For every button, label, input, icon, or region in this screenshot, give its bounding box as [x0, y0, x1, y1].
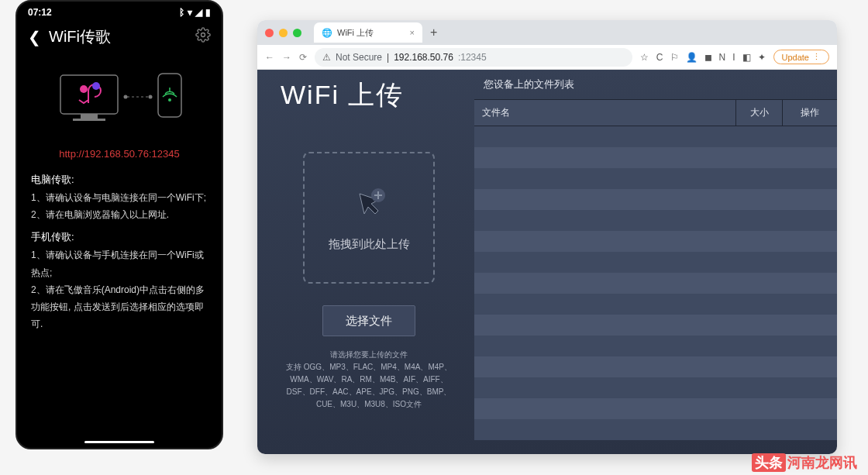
table-row — [474, 294, 837, 315]
new-tab-button[interactable]: + — [427, 26, 440, 40]
globe-icon: 🌐 — [322, 28, 332, 38]
phone-mockup: 07:12 ᛒ ▾ ◢ ▮ ❮ WiFi传歌 http://192.168 — [16, 0, 223, 449]
format-hint: 请选择您要上传的文件 支持 OGG、MP3、FLAC、MP4、M4A、M4P、W… — [281, 349, 457, 411]
section2-title: 手机传歌: — [31, 228, 208, 246]
address-bar[interactable]: ⚠ Not Secure | 192.168.50.76:12345 — [315, 48, 632, 67]
not-secure-icon: ⚠ — [322, 52, 331, 63]
col-filename: 文件名 — [474, 100, 736, 126]
bluetooth-icon: ᛒ — [179, 7, 184, 18]
extension-icon[interactable]: ✦ — [758, 52, 766, 63]
minimize-window-icon[interactable] — [279, 29, 288, 37]
svg-point-10 — [168, 98, 171, 102]
app-title: WiFi传歌 — [49, 26, 111, 47]
phone-clock: 07:12 — [28, 7, 52, 18]
window-controls[interactable] — [265, 29, 301, 37]
table-row — [474, 252, 837, 273]
svg-rect-2 — [81, 114, 98, 119]
gear-icon[interactable] — [195, 27, 211, 46]
table-row — [474, 147, 837, 168]
col-size: 大小 — [736, 100, 783, 126]
section2-line2: 2、请在飞傲音乐(Android)中点击右侧的多功能按钮, 点击发送到后选择相应… — [31, 281, 208, 333]
table-row — [474, 315, 837, 336]
svg-rect-3 — [73, 119, 105, 121]
col-ops: 操作 — [783, 100, 837, 126]
svg-point-7 — [124, 95, 128, 99]
table-row — [474, 273, 837, 294]
extension-icon[interactable]: ⚐ — [670, 52, 679, 63]
upload-panel: WiFi 上传 拖拽到此处上传 选择文件 请选择您要上传的文件 支持 OGG、M… — [257, 70, 474, 454]
section1-line1: 1、请确认设备与电脑连接在同一个WiFi下; — [31, 189, 208, 206]
phone-status-bar: 07:12 ᛒ ▾ ◢ ▮ — [17, 2, 222, 23]
address-port: :12345 — [458, 52, 487, 63]
home-indicator[interactable] — [84, 441, 154, 443]
cursor-plus-icon — [349, 184, 389, 225]
battery-icon: ▮ — [205, 7, 211, 18]
status-icons: ᛒ ▾ ◢ ▮ — [179, 7, 211, 18]
table-header: 文件名 大小 操作 — [474, 99, 837, 126]
browser-window: 🌐 WiFi 上传 × + ← → ⟳ ⚠ Not Secure | 192.1… — [257, 20, 837, 454]
bookmark-icon[interactable]: ☆ — [640, 52, 649, 63]
maximize-window-icon[interactable] — [293, 29, 301, 37]
back-icon[interactable]: ❮ — [28, 28, 41, 46]
file-list-title: 您设备上的文件列表 — [474, 70, 837, 99]
server-url: http://192.168.50.76:12345 — [17, 148, 222, 160]
wifi-icon: ▾ — [188, 7, 192, 18]
table-row — [474, 210, 837, 231]
page-title: WiFi 上传 — [281, 77, 404, 113]
table-row — [474, 377, 837, 398]
signal-icon: ◢ — [195, 7, 202, 18]
close-tab-icon[interactable]: × — [410, 28, 415, 37]
svg-point-4 — [80, 85, 88, 93]
choose-file-button[interactable]: 选择文件 — [322, 305, 415, 336]
extension-icon[interactable]: 👤 — [686, 52, 698, 63]
update-button[interactable]: Update ⋮ — [773, 50, 829, 64]
dropzone-label: 拖拽到此处上传 — [329, 237, 410, 252]
address-host: 192.168.50.76 — [394, 52, 453, 63]
not-secure-label: Not Secure — [336, 52, 382, 63]
table-row — [474, 356, 837, 377]
table-body — [474, 126, 837, 440]
extension-icon[interactable]: C — [656, 52, 663, 63]
table-row — [474, 231, 837, 252]
table-row — [474, 189, 837, 210]
tab-title: WiFi 上传 — [337, 27, 374, 39]
browser-tab[interactable]: 🌐 WiFi 上传 × — [314, 22, 422, 43]
svg-point-8 — [149, 95, 153, 99]
tab-strip: 🌐 WiFi 上传 × + — [257, 20, 837, 45]
reload-icon[interactable]: ⟳ — [299, 52, 307, 63]
file-list-panel: 您设备上的文件列表 文件名 大小 操作 — [474, 70, 837, 454]
section2-line1: 1、请确认设备与手机连接在同一个WiFi或热点; — [31, 246, 208, 281]
extension-icon[interactable]: N — [719, 52, 726, 63]
app-header: ❮ WiFi传歌 — [17, 23, 222, 55]
extensions-row: C⚐👤◼NI◧✦ — [656, 52, 766, 63]
close-window-icon[interactable] — [265, 29, 274, 37]
extension-icon[interactable]: I — [732, 52, 735, 63]
address-bar-row: ← → ⟳ ⚠ Not Secure | 192.168.50.76:12345… — [257, 45, 837, 70]
table-row — [474, 419, 837, 440]
svg-point-5 — [92, 82, 100, 90]
menu-dots-icon: ⋮ — [812, 52, 821, 62]
table-row — [474, 168, 837, 189]
instructions: 电脑传歌: 1、请确认设备与电脑连接在同一个WiFi下; 2、请在电脑浏览器输入… — [17, 170, 222, 332]
nav-forward-icon[interactable]: → — [282, 52, 291, 63]
page-content: WiFi 上传 拖拽到此处上传 选择文件 请选择您要上传的文件 支持 OGG、M… — [257, 70, 837, 454]
extension-icon[interactable]: ◼ — [704, 52, 712, 63]
section1-line2: 2、请在电脑浏览器输入以上网址. — [31, 206, 208, 223]
nav-back-icon[interactable]: ← — [265, 52, 274, 63]
transfer-illustration — [17, 55, 222, 142]
svg-point-0 — [202, 33, 205, 37]
dropzone[interactable]: 拖拽到此处上传 — [303, 152, 435, 284]
svg-rect-9 — [158, 74, 181, 117]
table-row — [474, 398, 837, 419]
table-row — [474, 126, 837, 147]
section1-title: 电脑传歌: — [31, 170, 208, 189]
extension-icon[interactable]: ◧ — [742, 52, 751, 63]
watermark: 头条河南龙网讯 — [752, 453, 857, 472]
table-row — [474, 336, 837, 356]
